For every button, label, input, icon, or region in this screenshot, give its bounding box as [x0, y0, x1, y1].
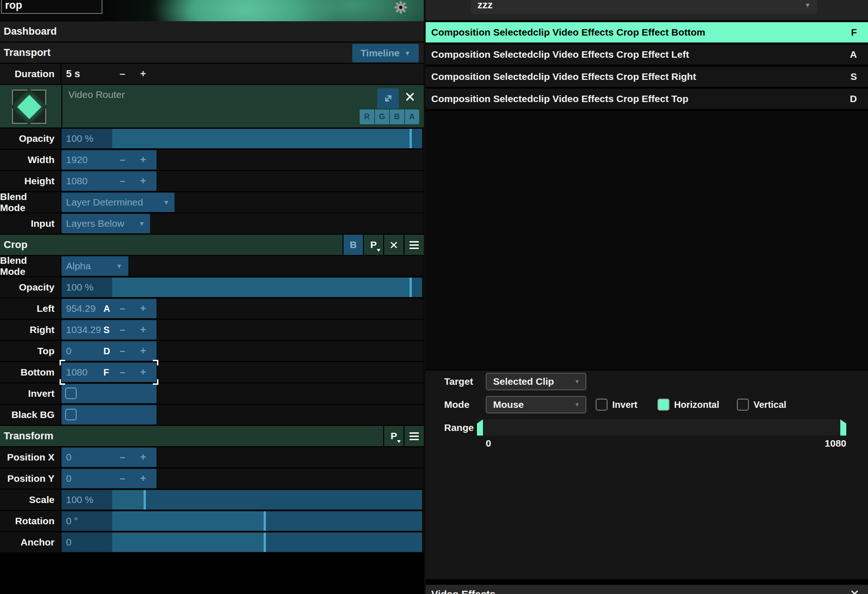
duration-row: Duration 5 s – +: [0, 64, 424, 85]
preset-button[interactable]: P: [383, 426, 404, 446]
crop-right-stepper[interactable]: 1034.29 S – +: [61, 320, 157, 339]
router-input-dropdown[interactable]: Layers Below ▼: [61, 214, 150, 233]
router-blend-mode-dropdown[interactable]: Layer Determined ▼: [61, 193, 175, 212]
transform-position-x-row: Position X 0 – +: [0, 447, 424, 468]
router-opacity-slider[interactable]: 100 %: [61, 129, 422, 148]
crop-blend-mode-dropdown[interactable]: Alpha ▼: [61, 256, 128, 276]
app-window: rop Dashboard Transport Timeline ▼: [0, 0, 868, 594]
transport-mode-dropdown[interactable]: Timeline ▼: [352, 44, 419, 62]
remove-effect-button[interactable]: [383, 235, 404, 255]
mode-dropdown[interactable]: Mouse ▼: [486, 396, 586, 413]
black-bg-checkbox[interactable]: [65, 409, 77, 420]
crop-bottom-stepper[interactable]: 1080 F – +: [61, 363, 157, 382]
shortcut-row[interactable]: Composition Selectedclip Video Effects C…: [426, 44, 868, 66]
range-slider[interactable]: [477, 419, 846, 436]
scale-slider[interactable]: 100 %: [61, 490, 422, 509]
shortcut-row[interactable]: Composition Selectedclip Video Effects C…: [426, 89, 868, 110]
shortcut-row[interactable]: Composition Selectedclip Video Effects C…: [426, 22, 868, 43]
video-router-section: Video Router R G B A: [0, 85, 424, 128]
router-width-stepper[interactable]: 1920 – +: [61, 150, 157, 170]
router-blend-mode-row: Blend Mode Layer Determined ▼: [0, 192, 424, 213]
crop-top-decrement-button[interactable]: –: [116, 341, 128, 361]
crop-left-increment-button[interactable]: +: [137, 299, 149, 318]
router-height-stepper[interactable]: 1080 – +: [61, 171, 157, 191]
dashboard-section-header[interactable]: Dashboard: [0, 21, 424, 42]
width-increment-button[interactable]: +: [137, 150, 149, 170]
crop-title: Crop: [0, 239, 343, 251]
shortcut-key-badge: A: [103, 299, 115, 318]
transport-section-header[interactable]: Transport Timeline ▼: [0, 42, 424, 64]
crop-left-decrement-button[interactable]: –: [116, 299, 128, 318]
channel-b-button[interactable]: B: [390, 109, 404, 124]
horizontal-checkbox[interactable]: [657, 399, 669, 411]
duration-decrement-button[interactable]: –: [116, 64, 128, 84]
chevron-down-icon: ▼: [404, 49, 410, 57]
channel-r-button[interactable]: R: [360, 109, 374, 124]
video-router-title: Video Router: [68, 89, 125, 100]
position-x-stepper[interactable]: 0 – +: [61, 448, 157, 467]
assigned-key: F: [851, 27, 857, 38]
crop-top-stepper[interactable]: 0 D – +: [61, 341, 157, 361]
crop-bottom-increment-button[interactable]: +: [137, 363, 149, 382]
channel-g-button[interactable]: G: [375, 109, 390, 124]
effect-menu-button[interactable]: [404, 235, 424, 255]
gear-icon[interactable]: [394, 0, 408, 14]
duration-increment-button[interactable]: +: [137, 64, 149, 84]
duration-value[interactable]: 5 s: [66, 64, 80, 84]
crop-left-row: Left 954.29 A – +: [0, 298, 424, 320]
clip-thumbnail[interactable]: [12, 90, 46, 124]
position-x-increment-button[interactable]: +: [137, 448, 149, 467]
crop-right-increment-button[interactable]: +: [137, 320, 149, 339]
video-effects-section-header[interactable]: Video Effects: [426, 585, 868, 594]
position-x-decrement-button[interactable]: –: [116, 448, 128, 467]
chevron-down-icon: ▼: [139, 214, 145, 233]
close-icon: [390, 241, 398, 249]
crop-bottom-decrement-button[interactable]: –: [116, 363, 128, 382]
preset-caret-icon: [397, 440, 401, 443]
close-icon[interactable]: [850, 589, 859, 594]
shortcuts-panel: zzz ▼ Composition Selectedclip Video Eff…: [426, 0, 868, 594]
expand-button[interactable]: [377, 88, 399, 109]
search-input[interactable]: rop: [1, 0, 102, 14]
crop-black-bg-field[interactable]: [61, 405, 157, 424]
chevron-down-icon: ▼: [163, 193, 169, 212]
position-y-stepper[interactable]: 0 – +: [61, 469, 157, 488]
shortcut-filter-dropdown[interactable]: zzz ▼: [471, 0, 817, 14]
crop-left-stepper[interactable]: 954.29 A – +: [61, 299, 157, 318]
crop-invert-field[interactable]: [61, 384, 157, 403]
crop-effect-header[interactable]: Crop B P: [0, 235, 424, 256]
close-icon[interactable]: [405, 91, 415, 102]
shortcut-row[interactable]: Composition Selectedclip Video Effects C…: [426, 67, 868, 88]
rotation-slider[interactable]: 0 °: [61, 511, 422, 531]
shortcut-key-badge: D: [103, 341, 115, 361]
router-height-row: Height 1080 – +: [0, 171, 424, 192]
resize-arrows-icon: [382, 92, 394, 104]
crop-opacity-slider[interactable]: 100 %: [61, 278, 422, 297]
invert-checkbox[interactable]: [65, 388, 77, 399]
bypass-button[interactable]: B: [343, 235, 363, 255]
height-decrement-button[interactable]: –: [116, 171, 128, 191]
position-y-increment-button[interactable]: +: [137, 469, 149, 488]
transform-position-y-row: Position Y 0 – +: [0, 468, 424, 490]
crop-invert-row: Invert: [0, 383, 424, 405]
transform-rotation-row: Rotation 0 °: [0, 511, 424, 532]
transform-effect-header[interactable]: Transform P: [0, 426, 424, 447]
height-increment-button[interactable]: +: [137, 171, 149, 191]
anchor-slider[interactable]: 0: [61, 533, 422, 552]
effect-menu-button[interactable]: [404, 426, 424, 446]
crop-right-decrement-button[interactable]: –: [116, 320, 128, 339]
width-decrement-button[interactable]: –: [116, 150, 128, 170]
vertical-checkbox[interactable]: [737, 399, 749, 411]
preset-button[interactable]: P: [363, 235, 383, 255]
channel-a-button[interactable]: A: [405, 109, 420, 124]
shortcut-key-badge: F: [103, 363, 115, 382]
position-y-decrement-button[interactable]: –: [116, 469, 128, 488]
dashboard-title: Dashboard: [4, 25, 57, 37]
target-dropdown[interactable]: Selected Clip ▼: [486, 373, 586, 390]
invert-checkbox[interactable]: [596, 399, 608, 411]
crop-top-increment-button[interactable]: +: [137, 341, 149, 361]
range-min-handle[interactable]: [477, 419, 483, 436]
range-max-handle[interactable]: [840, 419, 846, 436]
rgba-channel-toggle: R G B A: [360, 109, 419, 124]
shortcuts-top-bar: zzz ▼: [426, 0, 868, 21]
